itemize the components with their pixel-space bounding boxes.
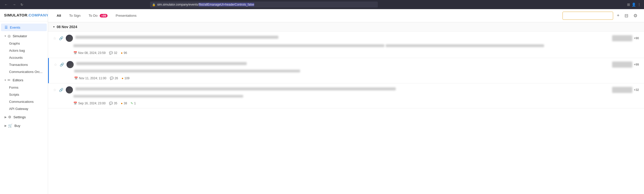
tab-to-do-label: To Do: [89, 14, 97, 17]
event-1-comment-count: 32: [114, 51, 117, 55]
sidebar-item-transactions[interactable]: Transactions: [1, 61, 47, 68]
sidebar-item-events[interactable]: ☰ Events: [1, 24, 47, 31]
event-1-tag-group: +90: [612, 35, 639, 41]
sidebar-section-events: ☰ Events: [0, 24, 48, 31]
menu-icon[interactable]: ⋮: [637, 3, 641, 7]
simulator-icon: ◎: [8, 34, 11, 38]
date-group-caret-icon: ▾: [53, 25, 55, 29]
back-button[interactable]: ←: [3, 2, 9, 7]
address-bar[interactable]: 🔒 sim.simulator.company/events/ flist/al…: [150, 2, 378, 8]
sidebar-item-actors-bag[interactable]: Actors bag: [1, 47, 47, 54]
event-1-date-value: Nov 08, 2024; 23:59: [78, 51, 106, 55]
top-bar: All To Sign To Do +99 Presentations + ⊟ …: [48, 9, 644, 22]
sidebar-item-api-gateway[interactable]: API Gateway: [1, 105, 47, 112]
extensions-icon[interactable]: ⊞: [627, 3, 630, 7]
lock-icon: 🔒: [152, 3, 156, 6]
sidebar-item-scripts-label: Scripts: [9, 93, 19, 96]
sidebar-item-buy[interactable]: ▶ 🛒 Buy: [1, 122, 47, 129]
event-item-1[interactable]: ☆ 🔗 +90: [48, 32, 644, 58]
event-2-footer-row: 📅 Nov 11, 2024; 11:00 💬 26 ● 109: [74, 76, 639, 80]
event-3-date-value: Sep 16, 2024; 23:00: [78, 102, 106, 105]
date-group-header-08-nov[interactable]: ▾ 08 Nov 2024: [48, 22, 644, 32]
event-3-footer-row: 📅 Sep 16, 2024; 23:00 💬 35 ● 38 ✎ 1: [73, 102, 639, 105]
event-3-edits: ✎ 1: [131, 102, 136, 105]
events-icon: ☰: [5, 25, 8, 29]
event-1-footer-row: 📅 Nov 08, 2024; 23:59 💬 32 ● 96: [73, 51, 639, 55]
logo-sim: SIMULATOR: [4, 13, 27, 17]
reload-button[interactable]: ↻: [19, 2, 25, 7]
event-3-avatar: [66, 86, 73, 93]
event-1-star-icon[interactable]: ☆: [53, 36, 56, 40]
sidebar-item-simulator[interactable]: ▾ ◎ Simulator: [1, 32, 47, 40]
event-2-top-row: ☆ 🔗 +99: [54, 61, 639, 68]
event-2-title-bar: [76, 62, 247, 65]
event-3-comments: 💬 35: [109, 102, 117, 105]
sidebar-item-communications-orc[interactable]: Communications Orc...: [1, 68, 47, 75]
event-3-title-bar: [75, 87, 396, 90]
tab-to-do[interactable]: To Do +99: [85, 12, 111, 19]
event-3-tag-group: +32: [612, 87, 639, 93]
event-3-edit-count: 1: [134, 102, 136, 105]
editors-caret-icon: ▾: [5, 79, 6, 82]
sidebar-item-actors-bag-label: Actors bag: [9, 49, 25, 52]
event-1-score: ● 96: [121, 51, 127, 55]
sidebar-item-transactions-label: Transactions: [9, 63, 28, 67]
event-2-calendar-icon: 📅: [74, 76, 78, 80]
settings-icon: ⚙: [8, 115, 11, 119]
sidebar-item-editors-label: Editors: [13, 78, 23, 82]
event-1-title-bar: [75, 36, 278, 39]
add-button[interactable]: +: [615, 12, 621, 19]
sidebar-item-settings[interactable]: ▶ ⚙ Settings: [1, 113, 47, 121]
event-3-link-icon[interactable]: 🔗: [59, 88, 63, 92]
sidebar-item-editors[interactable]: ▾ ✏ Editors: [1, 76, 47, 84]
settings-button[interactable]: ⚙: [632, 12, 639, 20]
sidebar-item-events-label: Events: [10, 26, 20, 29]
forward-button[interactable]: →: [11, 2, 17, 7]
date-group-label: 08 Nov 2024: [57, 25, 77, 29]
sidebar-item-accounts[interactable]: Accounts: [1, 54, 47, 61]
event-item-3[interactable]: ☆ 🔗 +32: [48, 83, 644, 108]
search-input[interactable]: [563, 12, 613, 20]
settings-caret-icon: ▶: [5, 115, 7, 119]
event-2-comment-count: 26: [115, 76, 118, 80]
sidebar-item-accounts-label: Accounts: [9, 56, 23, 60]
event-2-plus-badge: +99: [634, 63, 639, 66]
event-3-title-block: [75, 87, 610, 92]
event-2-link-icon[interactable]: 🔗: [60, 63, 64, 67]
event-3-top-row: ☆ 🔗 +32: [53, 86, 639, 93]
event-1-extra-badge: [612, 35, 632, 41]
tab-presentations[interactable]: Presentations: [112, 12, 140, 19]
main-content: All To Sign To Do +99 Presentations + ⊟ …: [48, 9, 644, 194]
tab-to-sign[interactable]: To Sign: [66, 12, 84, 19]
tab-all[interactable]: All: [53, 12, 65, 19]
sidebar-item-communications[interactable]: Communications: [1, 98, 47, 105]
sidebar-nav: ☰ Events ▾ ◎ Simulator Graphs Actors bag: [0, 21, 48, 194]
event-item-2[interactable]: ☆ 🔗 +99: [48, 58, 644, 83]
event-1-date: 📅 Nov 08, 2024; 23:59: [73, 51, 106, 55]
filter-button[interactable]: ⊟: [623, 12, 630, 20]
sidebar-item-scripts[interactable]: Scripts: [1, 91, 47, 98]
sidebar-item-communications-orc-label: Communications Orc...: [9, 70, 43, 74]
event-1-comments: 💬 32: [109, 51, 117, 55]
event-2-avatar: [67, 61, 74, 68]
event-2-score-value: 109: [124, 76, 130, 80]
event-3-edit-icon: ✎: [131, 102, 133, 105]
event-1-score-value: 96: [124, 51, 127, 55]
sidebar-item-graphs[interactable]: Graphs: [1, 40, 47, 47]
event-1-title-block: [75, 36, 610, 41]
url-highlighted: flist/allEmanageUI=headerControls_false: [199, 3, 254, 6]
event-1-calendar-icon: 📅: [73, 51, 77, 55]
event-2-body-row: [74, 70, 639, 74]
sidebar: SIMULATOR.COMPANY 🔔 ☰ Events ▾ ◎ Simulat…: [0, 9, 48, 194]
tabs: All To Sign To Do +99 Presentations: [53, 12, 563, 19]
event-3-star-icon[interactable]: ☆: [53, 88, 56, 92]
event-2-comment-icon: 💬: [110, 76, 114, 80]
event-1-link-icon[interactable]: 🔗: [59, 36, 63, 40]
event-3-plus-badge: +32: [634, 88, 639, 92]
editors-icon: ✏: [8, 78, 11, 82]
profile-icon[interactable]: 👤: [632, 3, 636, 7]
sidebar-item-forms[interactable]: Forms: [1, 84, 47, 91]
logo: SIMULATOR.COMPANY: [4, 13, 48, 17]
event-2-star-icon[interactable]: ☆: [54, 63, 57, 67]
event-3-score-icon: ●: [121, 102, 122, 105]
